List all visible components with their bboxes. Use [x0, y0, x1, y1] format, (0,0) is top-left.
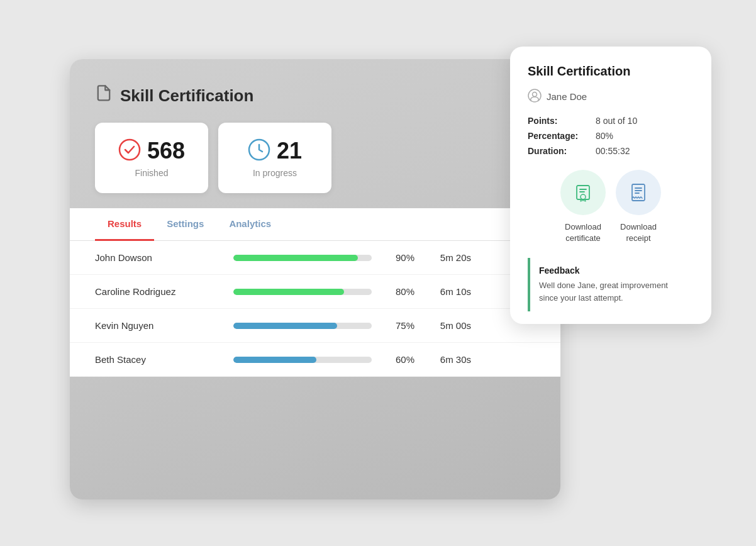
download-receipt-button[interactable]: Downloadreceipt	[616, 170, 661, 244]
progress-bar	[233, 255, 372, 261]
progress-bar	[233, 323, 372, 329]
progress-fill	[233, 289, 344, 295]
main-title: Skill Certification	[120, 86, 253, 106]
finished-label: Finished	[135, 168, 169, 178]
duration-label: Duration:	[528, 146, 591, 156]
svg-point-0	[120, 140, 140, 160]
detail-title: Skill Certification	[528, 64, 694, 79]
check-icon	[118, 138, 141, 164]
progress-fill	[233, 357, 316, 363]
progress-bar	[233, 357, 372, 363]
result-percent: 60%	[384, 354, 414, 365]
stat-card-inprogress: 21 In progress	[218, 123, 331, 193]
tab-settings[interactable]: Settings	[154, 208, 216, 241]
progress-fill	[233, 255, 358, 261]
result-name: Beth Stacey	[95, 354, 221, 365]
result-time: 5m 00s	[427, 320, 471, 331]
detail-user: Jane Doe	[528, 89, 694, 104]
table-row: Kevin Nguyen 75% 5m 00s	[70, 309, 560, 343]
scene: Skill Certification 568 Finished	[32, 34, 724, 512]
points-label: Points:	[528, 116, 591, 126]
percentage-label: Percentage:	[528, 131, 591, 141]
points-value: 8 out of 10	[596, 116, 637, 126]
table-row: Beth Stacey 60% 6m 30s	[70, 343, 560, 377]
result-name: Kevin Nguyen	[95, 320, 221, 331]
detail-card: Skill Certification Jane Doe Points: 8 o…	[510, 47, 711, 324]
result-time: 6m 30s	[427, 354, 471, 365]
feedback-title: Feedback	[539, 265, 685, 276]
result-name: Caroline Rodriguez	[95, 286, 221, 297]
clock-icon	[248, 138, 270, 164]
cert-icon-circle	[560, 170, 606, 215]
duration-value: 00:55:32	[596, 146, 630, 156]
result-time: 6m 10s	[427, 286, 471, 297]
cert-label: Downloadcertificate	[565, 221, 601, 244]
receipt-icon-circle	[616, 170, 661, 215]
tab-analytics[interactable]: Analytics	[216, 208, 284, 241]
receipt-label: Downloadreceipt	[620, 221, 657, 244]
results-table: John Dowson 90% 5m 20s Caroline Rodrigue…	[70, 241, 560, 377]
detail-stats: Points: 8 out of 10 Percentage: 80% Dura…	[528, 116, 694, 156]
result-time: 5m 20s	[427, 252, 471, 263]
stat-row-points: Points: 8 out of 10	[528, 116, 694, 126]
user-icon	[528, 89, 542, 104]
download-certificate-button[interactable]: Downloadcertificate	[560, 170, 606, 244]
tabs-header: Results Settings Analytics	[70, 208, 560, 241]
finished-icon-num: 568	[118, 138, 185, 164]
result-percent: 75%	[384, 320, 414, 331]
svg-point-5	[581, 194, 586, 199]
main-header: Skill Certification	[70, 84, 560, 123]
svg-point-3	[533, 92, 537, 97]
result-name: John Dowson	[95, 252, 221, 263]
table-row: Caroline Rodriguez 80% 6m 10s	[70, 275, 560, 309]
svg-rect-6	[632, 184, 645, 201]
download-actions: Downloadcertificate Downloadreceipt	[528, 170, 694, 244]
main-card: Skill Certification 568 Finished	[70, 59, 560, 499]
inprogress-number: 21	[277, 138, 302, 164]
progress-bar	[233, 289, 372, 295]
progress-fill	[233, 323, 337, 329]
doc-icon	[95, 84, 113, 108]
stat-row-percentage: Percentage: 80%	[528, 131, 694, 141]
inprogress-icon-num: 21	[248, 138, 302, 164]
stat-row-duration: Duration: 00:55:32	[528, 146, 694, 156]
feedback-section: Feedback Well done Jane, great improveme…	[528, 258, 694, 311]
feedback-text: Well done Jane, great improvement since …	[539, 279, 685, 304]
inprogress-label: In progress	[253, 168, 297, 178]
tab-results[interactable]: Results	[95, 208, 154, 241]
percentage-value: 80%	[596, 131, 613, 141]
table-row: John Dowson 90% 5m 20s	[70, 241, 560, 275]
detail-username: Jane Doe	[547, 91, 587, 102]
svg-rect-4	[577, 186, 589, 199]
finished-number: 568	[147, 138, 185, 164]
result-percent: 90%	[384, 252, 414, 263]
stat-cards-row: 568 Finished 21 In progress	[70, 123, 560, 208]
result-percent: 80%	[384, 286, 414, 297]
tabs-container: Results Settings Analytics John Dowson 9…	[70, 208, 560, 377]
stat-card-finished: 568 Finished	[95, 123, 208, 193]
